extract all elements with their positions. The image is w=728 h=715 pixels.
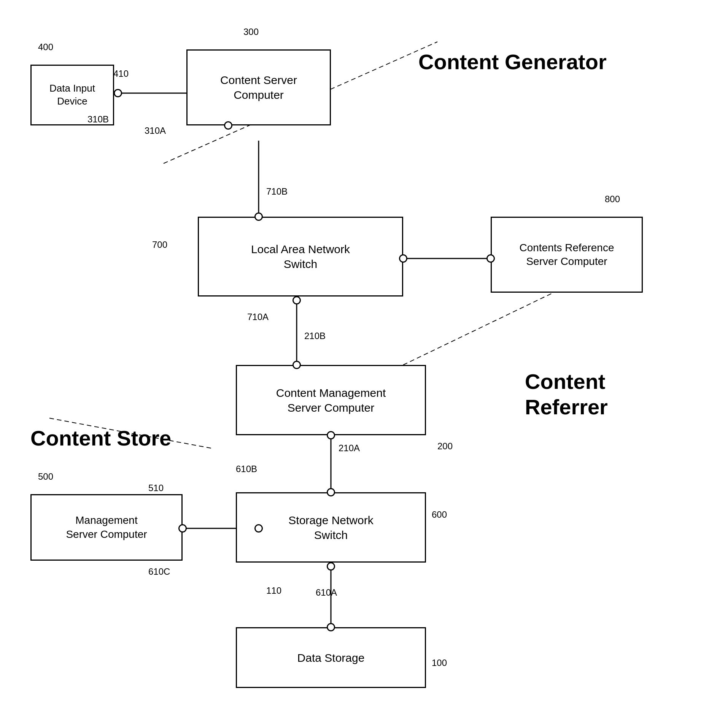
label-200: 200: [437, 441, 453, 452]
label-610B: 610B: [236, 464, 257, 474]
lan-switch-box: Local Area NetworkSwitch: [198, 217, 403, 296]
label-700: 700: [152, 239, 167, 250]
dot-210A: [327, 431, 335, 439]
dot-310A: [224, 121, 232, 130]
label-310B: 310B: [87, 114, 109, 125]
data-storage-label: Data Storage: [297, 650, 365, 665]
content-store-label: Content Store: [30, 426, 171, 450]
label-300: 300: [243, 27, 259, 37]
content-server-box: Content ServerComputer: [186, 49, 331, 125]
dot-storage-bottom: [327, 562, 335, 571]
data-input-device-label: Data InputDevice: [49, 82, 95, 108]
storage-network-label: Storage NetworkSwitch: [288, 513, 373, 542]
content-management-box: Content ManagementServer Computer: [236, 365, 426, 435]
dot-610B: [327, 488, 335, 496]
label-610C: 610C: [148, 566, 170, 577]
contents-reference-label: Contents ReferenceServer Computer: [519, 241, 614, 269]
label-610A: 610A: [316, 587, 337, 598]
label-110: 110: [266, 585, 281, 596]
dot-storage-left: [254, 524, 263, 533]
dot-reference-left: [486, 254, 495, 263]
label-210A: 210A: [339, 443, 360, 453]
label-100: 100: [432, 658, 447, 668]
label-510: 510: [148, 483, 164, 493]
label-710A: 710A: [247, 312, 269, 322]
dot-datastorage-top: [327, 623, 335, 631]
dot-mgmt-right: [178, 524, 187, 533]
management-server-label: ManagementServer Computer: [66, 514, 147, 541]
storage-network-box: Storage NetworkSwitch: [236, 492, 426, 563]
dot-210B: [292, 361, 301, 369]
label-800: 800: [605, 194, 620, 205]
label-600: 600: [432, 509, 447, 520]
content-server-label: Content ServerComputer: [220, 73, 297, 102]
label-210B: 210B: [304, 331, 326, 341]
dot-710A: [292, 296, 301, 304]
dot-710B-top: [254, 212, 263, 221]
contents-reference-box: Contents ReferenceServer Computer: [491, 217, 643, 293]
label-410: 410: [113, 68, 129, 79]
lan-switch-label: Local Area NetworkSwitch: [251, 242, 350, 271]
dot-lan-right: [399, 254, 407, 263]
content-generator-label: Content Generator: [418, 49, 607, 74]
dot-410: [114, 89, 122, 97]
label-400: 400: [38, 42, 53, 52]
content-referrer-label: ContentReferrer: [525, 369, 608, 420]
label-310A: 310A: [145, 125, 166, 136]
data-storage-box: Data Storage: [236, 627, 426, 688]
label-710B: 710B: [266, 186, 288, 197]
content-management-label: Content ManagementServer Computer: [276, 385, 386, 415]
management-server-box: ManagementServer Computer: [30, 494, 183, 561]
label-500: 500: [38, 471, 53, 482]
diagram: Data InputDevice Content ServerComputer …: [0, 0, 728, 715]
